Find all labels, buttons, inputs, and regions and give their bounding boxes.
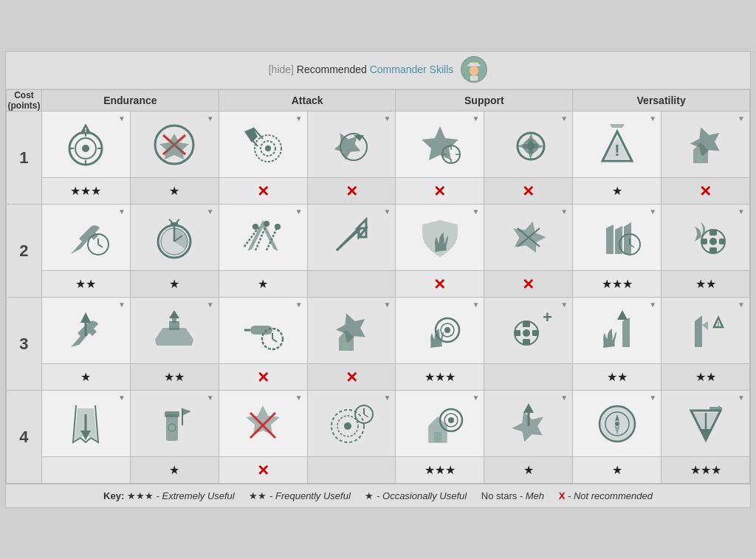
svg-line-99 xyxy=(364,414,368,417)
cross-icon-2-3: ✕ xyxy=(346,369,358,385)
dropdown-arrow-1-7[interactable]: ▼ xyxy=(738,208,745,216)
dropdown-arrow-3-3[interactable]: ▼ xyxy=(384,394,391,402)
skill-icon-2-0[interactable]: ▼ xyxy=(41,298,130,364)
skill-icon-1-3[interactable]: ▼ xyxy=(307,205,396,271)
stars-2-0: ★ xyxy=(80,371,91,383)
svg-marker-91 xyxy=(182,408,191,416)
skill-icon-1-7[interactable]: ▼ xyxy=(662,205,750,271)
dropdown-arrow-1-5[interactable]: ▼ xyxy=(560,208,568,216)
rating-3-2: ✕ xyxy=(219,457,307,484)
dropdown-arrow-2-6[interactable]: ▼ xyxy=(649,301,656,309)
key-nostars: No stars - Meh xyxy=(481,490,544,501)
dropdown-arrow-0-4[interactable]: ▼ xyxy=(472,114,479,123)
skill-icon-img-2-0 xyxy=(56,305,115,357)
skill-icon-0-5[interactable]: ▼ xyxy=(484,112,573,178)
skill-icon-img-2-7: ! xyxy=(676,305,735,357)
svg-rect-77 xyxy=(523,321,530,327)
skill-icon-0-0[interactable]: ▼ ! xyxy=(41,112,130,178)
cross-icon-0-5: ✕ xyxy=(522,183,535,199)
skill-icon-3-4[interactable]: ▼ xyxy=(396,391,484,457)
stars-1-1: ★ xyxy=(169,278,179,290)
svg-point-74 xyxy=(444,327,450,333)
skill-icon-1-5[interactable]: ▼ xyxy=(484,205,573,271)
skill-icon-1-6[interactable]: ▼ xyxy=(573,205,662,271)
skill-icon-img-3-1 xyxy=(145,398,204,450)
dropdown-arrow-1-2[interactable]: ▼ xyxy=(295,208,303,216)
skill-icon-3-2[interactable]: ▼ xyxy=(219,391,307,457)
skill-icon-0-2[interactable]: ▼ xyxy=(219,112,307,178)
hide-link[interactable]: [hide] xyxy=(269,64,294,75)
empty-rating-3-3 xyxy=(350,462,354,477)
svg-point-56 xyxy=(709,238,717,245)
skill-icon-0-7[interactable]: ▼ xyxy=(662,112,750,178)
skill-icon-2-2[interactable]: ▼ xyxy=(219,298,307,364)
dropdown-arrow-0-0[interactable]: ▼ xyxy=(118,114,126,123)
svg-point-4 xyxy=(470,66,478,76)
skill-icon-0-6[interactable]: ▼ ! xyxy=(573,112,662,178)
skill-icon-1-1[interactable]: ▼ xyxy=(130,205,219,271)
skill-icon-img-1-6 xyxy=(588,212,647,264)
skill-icon-img-0-1 xyxy=(145,119,204,171)
stars-0-1: ★ xyxy=(169,185,179,197)
dropdown-arrow-2-5[interactable]: ▼ xyxy=(560,301,568,309)
dropdown-arrow-2-7[interactable]: ▼ xyxy=(738,301,745,309)
dropdown-arrow-0-5[interactable]: ▼ xyxy=(560,114,568,123)
svg-point-46 xyxy=(264,221,269,227)
skill-icon-1-4[interactable]: ▼ xyxy=(396,205,484,271)
rating-0-2: ✕ xyxy=(219,178,307,205)
dropdown-arrow-2-4[interactable]: ▼ xyxy=(472,301,479,309)
skill-icon-2-5[interactable]: ▼ + xyxy=(484,298,573,364)
skill-icon-1-2[interactable]: ▼ xyxy=(219,205,307,271)
skill-icon-0-1[interactable]: ▼ xyxy=(130,112,219,178)
skill-icon-1-0[interactable]: ▼ xyxy=(41,205,130,271)
skill-icon-2-4[interactable]: ▼ xyxy=(396,298,484,364)
dropdown-arrow-2-0[interactable]: ▼ xyxy=(118,301,126,309)
skill-icon-img-2-1 xyxy=(145,305,204,357)
empty-rating-3-0 xyxy=(84,462,88,477)
cross-icon-2-2: ✕ xyxy=(257,369,269,385)
skill-icon-2-3[interactable]: ▼ xyxy=(307,298,396,364)
skill-icon-img-0-2 xyxy=(233,119,292,171)
svg-point-110 xyxy=(615,422,619,426)
skill-icon-3-6[interactable]: ▼ xyxy=(573,391,662,457)
dropdown-arrow-3-5[interactable]: ▼ xyxy=(560,394,568,402)
dropdown-arrow-1-0[interactable]: ▼ xyxy=(118,208,126,216)
skill-icon-3-0[interactable]: ▼ xyxy=(41,391,130,457)
cross-icon-0-2: ✕ xyxy=(257,183,269,199)
dropdown-arrow-2-2[interactable]: ▼ xyxy=(295,301,303,309)
dropdown-arrow-2-1[interactable]: ▼ xyxy=(207,301,214,309)
stars-1-7: ★★ xyxy=(695,278,716,290)
dropdown-arrow-0-7[interactable]: ▼ xyxy=(738,114,745,123)
rating-2-3: ✕ xyxy=(307,364,396,391)
skill-icon-0-3[interactable]: ▼ xyxy=(307,112,396,178)
dropdown-arrow-1-6[interactable]: ▼ xyxy=(649,208,656,216)
skill-icon-2-1[interactable]: ▼ xyxy=(130,298,219,364)
skill-icon-3-1[interactable]: ▼ xyxy=(130,391,219,457)
dropdown-arrow-1-1[interactable]: ▼ xyxy=(207,208,214,216)
dropdown-arrow-0-6[interactable]: ▼ xyxy=(649,114,656,123)
dropdown-arrow-0-1[interactable]: ▼ xyxy=(207,114,214,123)
dropdown-arrow-3-7[interactable]: ▼ xyxy=(738,394,745,402)
skill-icon-3-3[interactable]: ▼ xyxy=(307,391,396,457)
dropdown-arrow-2-3[interactable]: ▼ xyxy=(384,301,391,309)
dropdown-arrow-1-3[interactable]: ▼ xyxy=(384,208,391,216)
dropdown-arrow-3-1[interactable]: ▼ xyxy=(207,394,214,402)
dropdown-arrow-0-2[interactable]: ▼ xyxy=(295,114,303,123)
cost-1: 1 xyxy=(7,112,42,205)
rating-0-6: ★ xyxy=(573,178,662,205)
svg-line-70 xyxy=(272,339,277,342)
skill-icon-0-4[interactable]: ▼ xyxy=(396,112,484,178)
skill-icon-2-6[interactable]: ▼ xyxy=(573,298,662,364)
dropdown-arrow-3-6[interactable]: ▼ xyxy=(649,394,656,402)
skill-icon-3-7[interactable]: ▼ xyxy=(662,391,750,457)
dropdown-arrow-3-4[interactable]: ▼ xyxy=(472,394,479,402)
stars-1-6: ★★★ xyxy=(602,278,633,290)
stars-0-0: ★★★ xyxy=(70,185,101,197)
skill-icon-3-5[interactable]: ▼ xyxy=(484,391,573,457)
dropdown-arrow-0-3[interactable]: ▼ xyxy=(384,114,391,123)
dropdown-arrow-3-0[interactable]: ▼ xyxy=(118,394,126,402)
skill-icon-2-7[interactable]: ▼ ! xyxy=(662,298,750,364)
stars-3-4: ★★★ xyxy=(425,464,456,476)
dropdown-arrow-1-4[interactable]: ▼ xyxy=(472,208,479,216)
dropdown-arrow-3-2[interactable]: ▼ xyxy=(295,394,303,402)
